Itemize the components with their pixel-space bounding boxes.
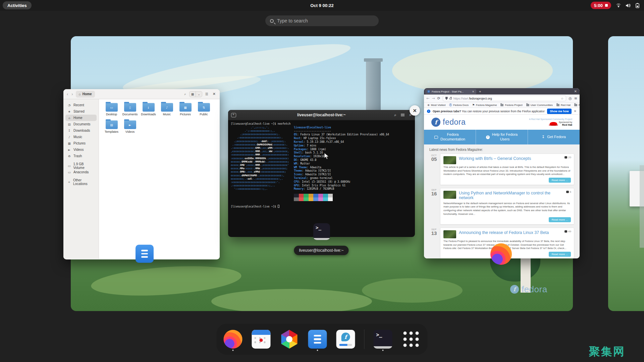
bookmark-fedora-magazine[interactable]: ⚑Fedora Magazine: [472, 104, 497, 107]
folder-item-pictures[interactable]: ▦Pictures: [176, 102, 195, 119]
firefox-app-badge[interactable]: [490, 243, 512, 265]
bookmark-fedora-docs[interactable]: ⓕFedora Docs: [449, 104, 469, 107]
site-nav-help-for-fedora[interactable]: ?Help for Fedora Users: [476, 130, 528, 144]
dock-item-terminal[interactable]: >_: [373, 327, 393, 352]
folder-icon: [574, 104, 577, 106]
folder-item-templates[interactable]: ▤Templates: [102, 119, 121, 136]
sidebar-item-other-locations[interactable]: +Other Locations: [65, 179, 97, 185]
new-tab-icon[interactable]: [231, 113, 236, 117]
sidebar-item-1-9-gb-volume[interactable]: ▭1.9 GB Volume: [65, 163, 97, 169]
folder-item-music[interactable]: ♪Music: [158, 102, 176, 119]
site-nav-fedora[interactable]: Fedora Documentation: [424, 130, 476, 144]
folder-item-desktop[interactable]: ▭Desktop: [102, 102, 121, 119]
menu-icon[interactable]: ≡: [574, 97, 577, 100]
dock-item-appgrid[interactable]: [401, 327, 421, 352]
folder-item-public[interactable]: ⇅Public: [195, 102, 213, 119]
dock-item-files[interactable]: [308, 327, 327, 352]
reload-icon[interactable]: ⟳: [437, 97, 440, 100]
bookmark-user-communities[interactable]: User Communities: [526, 104, 553, 107]
article-title[interactable]: Announcing the release of Fedora Linux 3…: [459, 230, 571, 238]
site-header: f fedora A Red Hat Sponsored Community P…: [424, 115, 580, 130]
forward-icon[interactable]: →: [432, 97, 435, 100]
terminal-window[interactable]: liveuser@localhost-live:~ ⌕ ✕ [liveuser@…: [228, 110, 415, 237]
sidebar-item-downloads[interactable]: ↧Downloads: [65, 127, 97, 134]
padlock-icon[interactable]: [449, 98, 452, 100]
files-window[interactable]: ‹ › ⌂ Home ⌕ ▦ ⌄ ☰ ✕ ◔Recent★Starred⌂Hom…: [63, 89, 220, 259]
terminal-content[interactable]: [liveuser@localhost-live ~]$ neofetch .'…: [228, 120, 415, 211]
bookmark-fedora-project[interactable]: Fedora Project: [500, 104, 522, 107]
view-toggle[interactable]: ▦ ⌄: [189, 91, 202, 97]
sidebar-item-anaconda[interactable]: ▭Anaconda: [65, 169, 97, 175]
folder-item-videos[interactable]: ►Videos: [121, 119, 139, 136]
dock-item-mediawriter[interactable]: f: [336, 327, 356, 352]
read-more-button[interactable]: Read more ...: [549, 217, 571, 222]
folder-item-documents[interactable]: ▯Documents: [121, 102, 139, 119]
url-bar[interactable]: https://start.fedoraproject.org ☆: [443, 96, 567, 101]
tracking-shield-icon[interactable]: [445, 97, 448, 100]
battery-icon[interactable]: [636, 3, 639, 8]
files-search-icon[interactable]: ⌕: [183, 92, 187, 97]
fedora-logo-text: fedora: [522, 284, 547, 295]
sidebar-item-documents[interactable]: ▤Documents: [65, 121, 97, 127]
wifi-icon[interactable]: [616, 3, 621, 8]
article-card[interactable]: Working with Btrfs – General Concepts20T…: [440, 154, 574, 185]
sidebar-item-music[interactable]: ♪Music: [65, 134, 97, 140]
dock-item-firefox[interactable]: [223, 327, 243, 352]
dock-item-calendar[interactable]: [252, 327, 271, 352]
bookmark-most-visited[interactable]: ⊕Most Visited: [427, 104, 445, 107]
terminal-app-badge[interactable]: >_: [313, 223, 330, 240]
tab-close-icon[interactable]: ✕: [472, 90, 474, 93]
sidebar-item-trash[interactable]: ♻Trash: [65, 153, 97, 159]
window-close-button[interactable]: ✕: [410, 105, 420, 116]
folder-icon: ▯: [124, 103, 136, 112]
comment-icon: [565, 156, 567, 159]
sidebar-item-home[interactable]: ⌂Home: [65, 115, 97, 121]
new-tab-button[interactable]: +: [479, 89, 481, 94]
show-me-how-button[interactable]: Show me how: [547, 109, 572, 114]
sidebar-item-recent[interactable]: ◔Recent: [65, 102, 97, 108]
overview-search-bar[interactable]: Type to search: [265, 15, 379, 26]
bookmark-star-icon[interactable]: ☆: [561, 97, 564, 100]
terminal-menu-icon[interactable]: [401, 114, 405, 117]
bookmark-red-hat[interactable]: Red Hat: [556, 104, 571, 107]
clock[interactable]: Oct 9 00:22: [310, 3, 333, 8]
site-nav-get-fedora[interactable]: ↧Get Fedora: [528, 130, 580, 144]
path-button[interactable]: ⌂ Home: [76, 91, 95, 98]
sidebar-item-pictures[interactable]: ▦Pictures: [65, 140, 97, 146]
adjacent-workspace-thumbnail[interactable]: [608, 36, 644, 311]
bookmark-free-content[interactable]: Free Content: [574, 104, 580, 107]
volume-icon[interactable]: [626, 3, 631, 8]
files-close-icon[interactable]: ✕: [211, 92, 217, 96]
sidebar-item-starred[interactable]: ★Starred: [65, 108, 97, 115]
firefox-window-close-icon[interactable]: ✕: [574, 89, 578, 93]
read-more-button[interactable]: Read more ...: [549, 178, 571, 183]
article-title[interactable]: Working with Btrfs – General Concepts: [459, 156, 571, 164]
comment-icon: [565, 230, 567, 233]
activities-button[interactable]: Activities: [3, 1, 32, 9]
fedora-site-logo[interactable]: f fedora: [431, 118, 466, 127]
article-comments: 49: [565, 230, 571, 233]
start-page: f fedora A Red Hat Sponsored Community P…: [424, 115, 580, 258]
account-icon[interactable]: ◎: [569, 97, 572, 100]
sidebar-item-icon: +: [67, 180, 71, 184]
folder-item-downloads[interactable]: ↓Downloads: [139, 102, 158, 119]
article-card[interactable]: Using Python and NetworkManager to contr…: [440, 188, 574, 225]
read-more-button[interactable]: Read more ...: [549, 252, 571, 257]
notice-close-icon[interactable]: ✕: [574, 109, 577, 113]
files-menu-icon[interactable]: ☰: [204, 92, 209, 97]
recording-indicator[interactable]: 5:00: [591, 2, 611, 9]
dock-item-software[interactable]: [280, 327, 299, 352]
browser-tab[interactable]: f Fedora Project - Start Pa... ✕: [425, 89, 476, 94]
back-icon[interactable]: ←: [426, 97, 429, 100]
files-app-badge[interactable]: [136, 245, 154, 263]
forward-icon[interactable]: ›: [71, 92, 73, 96]
firefox-window[interactable]: f Fedora Project - Start Pa... ✕ + ✕ ← →…: [424, 88, 580, 258]
sidebar-item-videos[interactable]: ►Videos: [65, 146, 97, 153]
info-icon: i: [427, 110, 430, 113]
window-title-tooltip: liveuser@localhost-live:~: [294, 246, 348, 255]
system-status-area[interactable]: 5:00: [591, 0, 639, 11]
article-title[interactable]: Using Python and NetworkManager to contr…: [459, 191, 571, 200]
neofetch-label: DE: [294, 159, 297, 162]
terminal-search-icon[interactable]: ⌕: [394, 113, 396, 117]
back-icon[interactable]: ‹: [66, 92, 69, 96]
